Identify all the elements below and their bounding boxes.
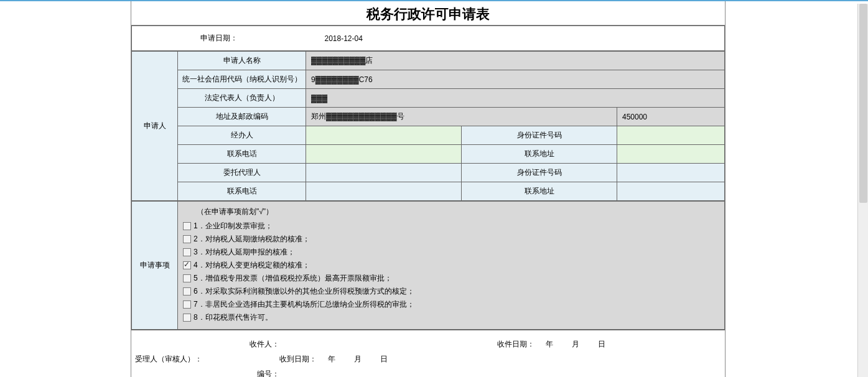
- handler-addr-label: 联系地址: [462, 145, 617, 164]
- postcode-value: 450000: [617, 108, 725, 126]
- matter-checkbox[interactable]: [183, 314, 191, 322]
- applicant-section: 申请人 申请人名称 ▓▓▓▓▓▓▓▓▓▓店 统一社会信用代码（纳税人识别号） 9…: [131, 51, 725, 201]
- apply-date-row: 申请日期： 2018-12-04: [131, 26, 725, 51]
- handler-phone-label: 联系电话: [178, 145, 306, 164]
- agent-addr-label: 联系地址: [462, 182, 617, 201]
- handler-addr-value[interactable]: [617, 145, 725, 164]
- matter-label: 2．对纳税人延期缴纳税款的核准；: [194, 234, 310, 244]
- matter-label: 1．企业印制发票审批；: [194, 221, 273, 231]
- matter-item: 7．非居民企业选择由其主要机构场所汇总缴纳企业所得税的审批；: [182, 298, 721, 311]
- reviewer-label: 受理人（审核人）：: [135, 351, 203, 366]
- matter-item: 4．对纳税人变更纳税定额的核准；: [182, 259, 721, 272]
- addr-value: 郑州▓▓▓▓▓▓▓▓▓▓▓▓▓号: [306, 108, 617, 126]
- addr-label: 地址及邮政编码: [178, 108, 306, 126]
- recv-person-label: 收件人：: [203, 337, 284, 351]
- matter-checkbox[interactable]: [183, 235, 191, 243]
- matter-label: 5．增值税专用发票（增值税税控系统）最高开票限额审批；: [194, 273, 392, 284]
- recv-date-label: 收件日期：: [483, 337, 539, 351]
- matter-label: 6．对采取实际利润额预缴以外的其他企业所得税预缴方式的核定；: [194, 286, 414, 297]
- name-label: 申请人名称: [178, 52, 306, 70]
- name-value: ▓▓▓▓▓▓▓▓▓▓店: [306, 52, 725, 70]
- matters-cell: （在申请事项前划"√"） 1．企业印制发票审批；2．对纳税人延期缴纳税款的核准；…: [178, 202, 725, 330]
- handler-id-value[interactable]: [617, 126, 725, 145]
- matter-label: 8．印花税票代售许可。: [194, 312, 273, 323]
- handler-id-label: 身份证件号码: [462, 126, 617, 145]
- uscc-value: 9▓▓▓▓▓▓▓▓C76: [306, 70, 725, 89]
- matter-label: 7．非居民企业选择由其主要机构场所汇总缴纳企业所得税的审批；: [194, 299, 414, 310]
- matter-item: 3．对纳税人延期申报的核准；: [182, 246, 721, 259]
- matter-checkbox[interactable]: [183, 300, 191, 309]
- matter-item: 5．增值税专用发票（增值税税控系统）最高开票限额审批；: [182, 272, 721, 285]
- matter-item: 2．对纳税人延期缴纳税款的核准；: [182, 233, 721, 246]
- handler-value[interactable]: [306, 126, 462, 145]
- arrive-label: 收到日期：: [203, 351, 322, 366]
- arr-year: 年: [328, 351, 335, 366]
- code-label: 编号：: [203, 366, 284, 377]
- matters-section: 申请事项 （在申请事项前划"√"） 1．企业印制发票审批；2．对纳税人延期缴纳税…: [131, 201, 725, 330]
- apply-date-label: 申请日期：: [132, 26, 306, 51]
- matter-checkbox[interactable]: [183, 248, 191, 256]
- matters-section-label: 申请事项: [132, 202, 178, 330]
- arr-day: 日: [380, 351, 388, 366]
- agent-addr-value[interactable]: [617, 182, 725, 201]
- scrollbar-thumb[interactable]: [859, 4, 867, 203]
- apply-date-value: 2018-12-04: [306, 26, 700, 51]
- matter-label: 3．对纳税人延期申报的核准；: [194, 247, 295, 258]
- agent-label: 委托代理人: [178, 164, 306, 182]
- recv-month: 月: [572, 337, 579, 351]
- receiver-block: 收件人： 收件日期： 年 月 日 受理人（审核人）： 收到日期： 年 月 日 编…: [131, 330, 725, 377]
- handler-phone-value[interactable]: [306, 145, 462, 164]
- agent-id-value[interactable]: [617, 164, 725, 182]
- recv-day: 日: [598, 337, 605, 351]
- agent-id-label: 身份证件号码: [462, 164, 617, 182]
- matters-list: 1．企业印制发票审批；2．对纳税人延期缴纳税款的核准；3．对纳税人延期申报的核准…: [182, 220, 721, 324]
- matter-checkbox[interactable]: [183, 261, 191, 269]
- matter-item: 1．企业印制发票审批；: [182, 220, 721, 233]
- matters-hint: （在申请事项前划"√"）: [182, 204, 721, 220]
- agent-phone-label: 联系电话: [178, 182, 306, 201]
- matter-checkbox[interactable]: [183, 287, 191, 296]
- agent-phone-value[interactable]: [306, 182, 462, 201]
- matter-item: 6．对采取实际利润额预缴以外的其他企业所得税预缴方式的核定；: [182, 285, 721, 298]
- recv-person-value: [284, 337, 483, 351]
- page-title: 税务行政许可申请表: [131, 1, 725, 26]
- arr-month: 月: [354, 351, 362, 366]
- matter-checkbox[interactable]: [183, 222, 191, 230]
- legal-rep-label: 法定代表人（负责人）: [178, 89, 306, 108]
- uscc-label: 统一社会信用代码（纳税人识别号）: [178, 70, 306, 89]
- matter-item: 8．印花税票代售许可。: [182, 311, 721, 324]
- recv-year: 年: [546, 337, 553, 351]
- legal-rep-value: ▓▓▓: [306, 89, 725, 108]
- agent-value[interactable]: [306, 164, 462, 182]
- handler-label: 经办人: [178, 126, 306, 145]
- matter-checkbox[interactable]: [183, 274, 191, 282]
- matter-label: 4．对纳税人变更纳税定额的核准；: [194, 260, 310, 271]
- vertical-scrollbar[interactable]: [857, 4, 868, 377]
- form-page: 税务行政许可申请表 申请日期： 2018-12-04 申请人 申请人名称 ▓▓▓…: [131, 1, 726, 377]
- applicant-section-label: 申请人: [132, 52, 178, 201]
